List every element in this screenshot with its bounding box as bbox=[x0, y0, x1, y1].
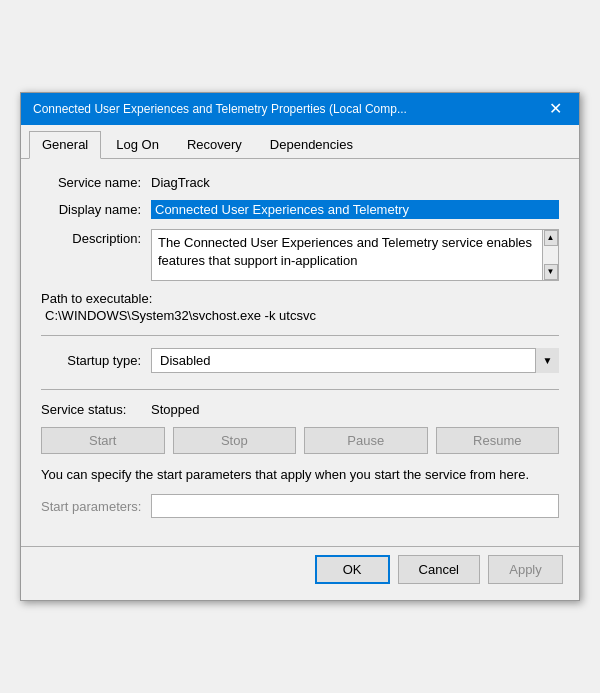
tab-bar: General Log On Recovery Dependencies bbox=[21, 125, 579, 159]
title-bar-text: Connected User Experiences and Telemetry… bbox=[33, 102, 407, 116]
stop-button[interactable]: Stop bbox=[173, 427, 297, 454]
apply-button[interactable]: Apply bbox=[488, 555, 563, 584]
description-scrollbar: ▲ ▼ bbox=[542, 230, 558, 280]
path-label: Path to executable: bbox=[41, 291, 559, 306]
start-params-row: Start parameters: bbox=[41, 494, 559, 518]
service-name-value: DiagTrack bbox=[151, 175, 559, 190]
divider-1 bbox=[41, 335, 559, 336]
service-buttons-row: Start Stop Pause Resume bbox=[41, 427, 559, 454]
title-bar: Connected User Experiences and Telemetry… bbox=[21, 93, 579, 125]
description-row: Description: The Connected User Experien… bbox=[41, 229, 559, 281]
tab-general[interactable]: General bbox=[29, 131, 101, 159]
startup-type-row: Startup type: Automatic Automatic (Delay… bbox=[41, 348, 559, 373]
display-name-row: Display name: Connected User Experiences… bbox=[41, 200, 559, 219]
description-label: Description: bbox=[41, 229, 151, 246]
scroll-down-button[interactable]: ▼ bbox=[544, 264, 558, 280]
info-text: You can specify the start parameters tha… bbox=[41, 466, 559, 484]
startup-type-label: Startup type: bbox=[41, 353, 151, 368]
service-status-section: Service status: Stopped Start Stop Pause… bbox=[41, 402, 559, 454]
service-name-label: Service name: bbox=[41, 175, 151, 190]
tab-dependencies[interactable]: Dependencies bbox=[257, 131, 366, 158]
startup-type-select[interactable]: Automatic Automatic (Delayed Start) Manu… bbox=[151, 348, 559, 373]
service-status-row: Service status: Stopped bbox=[41, 402, 559, 417]
tab-logon[interactable]: Log On bbox=[103, 131, 172, 158]
description-content: The Connected User Experiences and Telem… bbox=[151, 229, 559, 281]
path-section: Path to executable: C:\WINDOWS\System32\… bbox=[41, 291, 559, 323]
start-button[interactable]: Start bbox=[41, 427, 165, 454]
close-button[interactable]: ✕ bbox=[543, 97, 567, 121]
divider-2 bbox=[41, 389, 559, 390]
cancel-button[interactable]: Cancel bbox=[398, 555, 480, 584]
service-status-value: Stopped bbox=[151, 402, 199, 417]
description-text: The Connected User Experiences and Telem… bbox=[158, 235, 532, 268]
resume-button[interactable]: Resume bbox=[436, 427, 560, 454]
start-params-label: Start parameters: bbox=[41, 499, 151, 514]
start-params-input[interactable] bbox=[151, 494, 559, 518]
ok-button[interactable]: OK bbox=[315, 555, 390, 584]
dialog-window: Connected User Experiences and Telemetry… bbox=[20, 92, 580, 601]
display-name-value: Connected User Experiences and Telemetry bbox=[151, 200, 559, 219]
display-name-label: Display name: bbox=[41, 202, 151, 217]
tab-content: Service name: DiagTrack Display name: Co… bbox=[21, 159, 579, 546]
path-value: C:\WINDOWS\System32\svchost.exe -k utcsv… bbox=[41, 308, 559, 323]
scroll-up-button[interactable]: ▲ bbox=[544, 230, 558, 246]
service-status-label: Service status: bbox=[41, 402, 151, 417]
pause-button[interactable]: Pause bbox=[304, 427, 428, 454]
service-name-row: Service name: DiagTrack bbox=[41, 175, 559, 190]
tab-recovery[interactable]: Recovery bbox=[174, 131, 255, 158]
startup-select-wrapper: Automatic Automatic (Delayed Start) Manu… bbox=[151, 348, 559, 373]
bottom-buttons: OK Cancel Apply bbox=[21, 546, 579, 600]
